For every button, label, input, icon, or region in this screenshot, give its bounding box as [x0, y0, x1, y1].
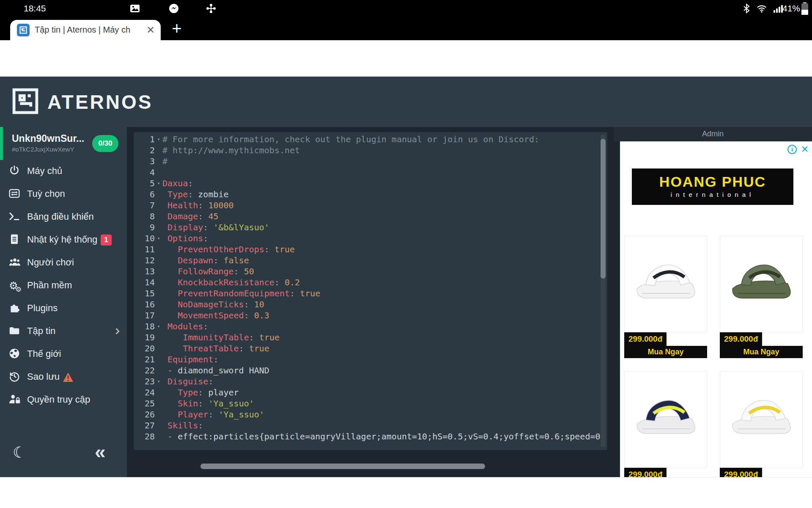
tab-title: Tập tin | Aternos | Máy ch: [35, 25, 140, 36]
sidebar-item-access[interactable]: Quyền truy cập ›: [0, 389, 127, 411]
code-line: 22 - diamond_sword HAND: [134, 365, 601, 376]
sidebar-item-log[interactable]: Nhật ký hệ thống 1 ›: [0, 229, 127, 251]
aternos-wordmark[interactable]: ATERNOS: [47, 91, 153, 113]
battery-percent-label: 41%: [782, 3, 800, 14]
server-id: #oTkC2JuxjXuwXewY: [12, 146, 74, 153]
sidebar-item-label: Người chơi: [27, 257, 74, 268]
sidebar-item-backups[interactable]: Sao lưu ›: [0, 366, 127, 389]
sidebar-item-label: Tuỳ chọn: [27, 188, 65, 199]
buy-now-button[interactable]: Mua Ngay: [720, 346, 803, 358]
code-line: 17 MovementSpeed: 0.3: [134, 310, 601, 321]
sidebar-item-label: Nhật ký hệ thống: [27, 234, 97, 245]
android-nav-bar: [0, 477, 812, 508]
editor-vertical-scrollbar[interactable]: [601, 135, 606, 447]
sidebar-item-label: Quyền truy cập: [27, 394, 90, 405]
sidebar-item-console[interactable]: Bảng điều khiển ›: [0, 206, 127, 229]
screen: 18:45 41% Tập tin | Aternos | Máy ch ✕ +…: [0, 0, 812, 508]
tab-close-icon[interactable]: ✕: [145, 24, 156, 36]
ad-close-icon[interactable]: ✕: [800, 145, 809, 154]
sidebar-item-icon: [8, 165, 22, 178]
fold-arrow-icon[interactable]: ▾: [155, 178, 162, 189]
players-count-badge: 0/30: [92, 135, 118, 152]
sidebar-item-options[interactable]: Tuỳ chọn ›: [0, 183, 127, 206]
wifi-icon: [756, 3, 767, 14]
aternos-header: ATERNOS ? Trợ giúp Chỉ trả tiền để chơi.…: [0, 77, 812, 127]
editor-horizontal-scrollbar[interactable]: [200, 464, 485, 469]
code-line: 18▾ Modules:: [134, 321, 601, 332]
sidebar-item-label: Plugins: [27, 303, 58, 314]
sidebar-item-icon: [8, 325, 22, 338]
ad-banner-title: HOANG PHUC: [632, 174, 793, 190]
code-line: 24 Type: player: [134, 387, 601, 398]
sidebar-dark-mode-toggle[interactable]: ☾: [13, 444, 26, 461]
ad-banner[interactable]: HOANG PHUC international: [632, 168, 793, 205]
sidebar-item-label: Sao lưu: [27, 371, 60, 382]
aternos-favicon: [17, 24, 30, 36]
product-card[interactable]: 299.000đ: [624, 371, 707, 477]
ad-iframe: i ✕ HOANG PHUC international 299.000đ Mu…: [620, 141, 812, 477]
code-editor[interactable]: 1▾# For more information, check out the …: [134, 132, 607, 450]
browser-address-bar: aternos.org/files/plugins/MythicMobs/Mob…: [0, 40, 812, 77]
sidebar-item-label: Phần mềm: [27, 280, 72, 291]
sidebar-collapse-button[interactable]: «: [95, 440, 106, 463]
code-line: 14 KnockbackResistance: 0.2: [134, 277, 601, 288]
fold-arrow-icon[interactable]: ▾: [155, 134, 162, 145]
sidebar-item-plugins[interactable]: Plugins ›: [0, 297, 127, 320]
code-line: 7 Health: 10000: [134, 200, 601, 211]
product-card[interactable]: 299.000đ Mua Ngay: [624, 236, 707, 359]
sidebar-item-icon: [8, 348, 22, 361]
server-active-stripe: [0, 127, 3, 160]
ads-column: Admin i ✕ HOANG PHUC international 299.0…: [614, 127, 812, 477]
code-line: 21 Equipment:: [134, 354, 601, 365]
product-card[interactable]: 299.000đ: [720, 371, 803, 477]
sidebar-item-worlds[interactable]: Thế giới ›: [0, 343, 127, 366]
code-line: 11 PreventOtherDrops: true: [134, 244, 601, 255]
code-line: 26 Player: 'Ya_ssuo': [134, 409, 601, 420]
product-image: [720, 236, 803, 332]
sidebar-item-power[interactable]: Máy chủ ›: [0, 160, 127, 183]
fold-arrow-icon[interactable]: ▾: [155, 233, 162, 244]
code-lines: 1▾# For more information, check out the …: [134, 134, 601, 442]
adchoices-info-icon[interactable]: i: [787, 145, 797, 154]
sidebar: Unkn90wnSur... #oTkC2JuxjXuwXewY 0/30 Má…: [0, 127, 127, 477]
code-line: 8 Damage: 45: [134, 211, 601, 222]
gallery-notification-icon: [129, 3, 140, 14]
product-price: 299.000đ: [624, 332, 667, 346]
code-line: 23▾ Disguise:: [134, 376, 601, 387]
sidebar-item-software[interactable]: ⚙⚙ Phần mềm ›: [0, 274, 127, 297]
sidebar-item-label: Máy chủ: [27, 166, 62, 177]
code-line: 25 Skin: 'Ya_ssuo': [134, 398, 601, 409]
sidebar-item-icon: [8, 370, 22, 384]
sidebar-item-players[interactable]: Người chơi ›: [0, 251, 127, 274]
vertical-scroll-thumb[interactable]: [601, 139, 606, 279]
code-line: 16 NoDamageTicks: 10: [134, 299, 601, 310]
browser-tab[interactable]: Tập tin | Aternos | Máy ch ✕: [10, 20, 161, 40]
chevron-right-icon: ›: [115, 322, 120, 338]
code-line: 10▾ Options:: [134, 233, 601, 244]
buy-now-button[interactable]: Mua Ngay: [624, 346, 707, 358]
product-image: [624, 371, 707, 468]
ad-banner-subtitle: international: [632, 191, 793, 198]
sidebar-item-badge: 1: [101, 235, 112, 246]
code-line: 1▾# For more information, check out the …: [134, 134, 601, 145]
sidebar-server-entry[interactable]: Unkn90wnSur... #oTkC2JuxjXuwXewY 0/30: [0, 127, 127, 160]
sidebar-item-label: Tập tin: [27, 326, 55, 337]
cell-signal-icon: [772, 3, 783, 14]
code-line: 9 Display: '&b&lYasuo': [134, 222, 601, 233]
code-line: 4: [134, 167, 601, 178]
clock: 18:45: [24, 3, 46, 14]
sidebar-item-files[interactable]: Tập tin ›: [0, 320, 127, 343]
browser-tab-strip: Tập tin | Aternos | Máy ch ✕ +: [0, 17, 812, 40]
code-line: 19 ImmunityTable: true: [134, 332, 601, 343]
fold-arrow-icon[interactable]: ▾: [155, 321, 162, 332]
code-line: 15 PreventRandomEquipment: true: [134, 288, 601, 299]
code-line: 28 - effect:particles{particle=angryVill…: [134, 431, 601, 442]
product-card[interactable]: 299.000đ Mua Ngay: [720, 236, 803, 359]
fold-arrow-icon[interactable]: ▾: [155, 376, 162, 387]
android-status-bar: 18:45 41%: [0, 0, 812, 17]
product-price: 299.000đ: [720, 468, 762, 477]
aternos-logo-icon[interactable]: [11, 87, 40, 116]
server-name: Unkn90wnSur...: [12, 133, 84, 144]
new-tab-button[interactable]: +: [168, 19, 185, 38]
file-editor-zone: 1▾# For more information, check out the …: [127, 127, 614, 477]
